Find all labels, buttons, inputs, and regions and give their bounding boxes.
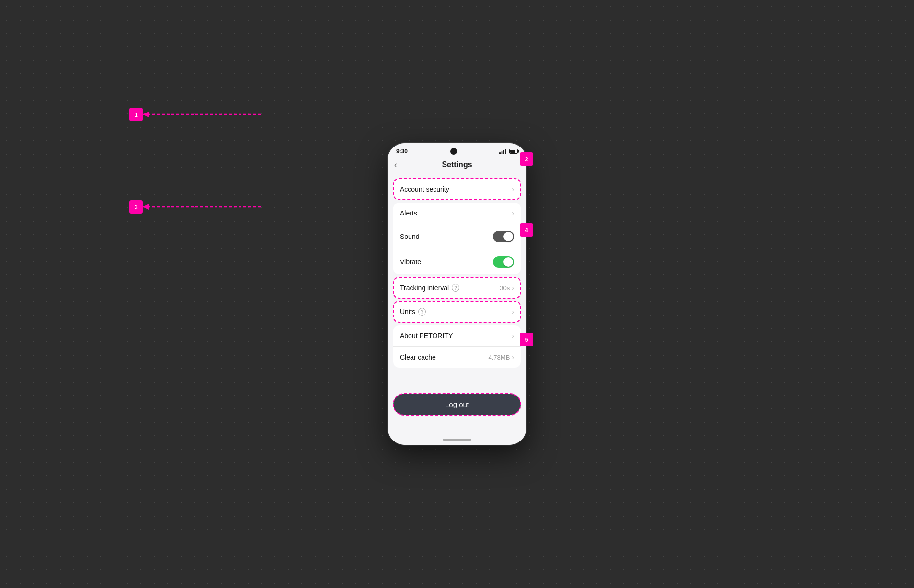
cache-value: 4.78MB [489,354,510,361]
svg-marker-5 [143,204,149,210]
page-header: ‹ Settings [388,157,526,174]
tracking-row[interactable]: Tracking interval ? 30s › [393,277,521,298]
chevron-icon: › [512,308,514,316]
alerts-row[interactable]: Alerts › [393,203,521,224]
cache-label: Clear cache [400,353,436,361]
vibrate-toggle[interactable] [493,256,514,268]
settings-content[interactable]: Account security › Alerts › Sound Vibrat… [388,174,526,434]
tracking-section: Tracking interval ? 30s › [393,277,521,298]
units-section: Units ? › [393,301,521,322]
annotation-badge-4: 4 [520,223,533,237]
tracking-value: 30s [500,284,510,292]
alerts-label: Alerts [400,209,417,217]
sound-label: Sound [400,233,419,240]
alerts-section: Alerts › Sound Vibrate [393,203,521,274]
account-security-section: Account security › [393,179,521,200]
cache-right: 4.78MB › [489,353,514,361]
tracking-right: 30s › [500,284,514,292]
vibrate-row[interactable]: Vibrate [393,249,521,274]
camera-notch [450,148,457,155]
home-bar [443,439,471,441]
annotation-badge-1: 1 [129,108,143,121]
about-label: About PETORITY [400,332,453,339]
toggle-knob [503,232,513,241]
back-button[interactable]: ‹ [394,160,397,170]
chevron-icon: › [512,209,514,217]
tracking-label: Tracking interval ? [400,284,459,292]
units-row[interactable]: Units ? › [393,301,521,322]
about-row[interactable]: About PETORITY › [393,325,521,347]
annotation-badge-3: 3 [129,200,143,214]
toggle-knob [503,257,513,267]
svg-marker-1 [143,111,149,118]
vibrate-label: Vibrate [400,258,421,266]
phone-frame: 9:30 ‹ Settings Account security › [388,143,526,445]
account-security-row[interactable]: Account security › [393,179,521,200]
status-icons [499,149,518,154]
home-indicator [388,434,526,445]
chevron-icon: › [512,284,514,292]
annotation-badge-2: 2 [520,152,533,166]
logout-button[interactable]: Log out [393,394,521,415]
tracking-help-icon[interactable]: ? [452,284,459,292]
spacer [388,371,526,390]
cache-row[interactable]: Clear cache 4.78MB › [393,347,521,368]
account-security-label: Account security [400,185,449,193]
logout-section: Log out [393,394,521,415]
sound-toggle[interactable] [493,231,514,242]
chevron-icon: › [512,185,514,193]
status-time: 9:30 [396,148,408,155]
chevron-icon: › [512,353,514,361]
battery-icon [509,149,518,154]
annotation-badge-5: 5 [520,333,533,346]
signal-icon [499,149,506,154]
chevron-icon: › [512,332,514,339]
units-help-icon[interactable]: ? [418,308,426,316]
status-bar: 9:30 [388,143,526,157]
sound-row[interactable]: Sound [393,224,521,249]
units-label: Units ? [400,308,426,316]
about-section: About PETORITY › Clear cache 4.78MB › [393,325,521,368]
page-title: Settings [442,160,472,169]
